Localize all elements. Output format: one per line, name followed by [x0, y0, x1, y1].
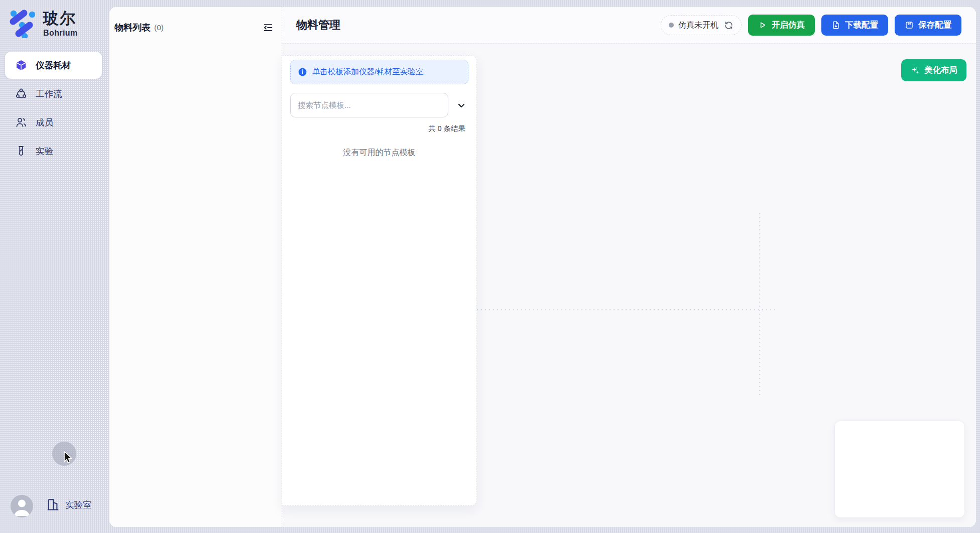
- download-config-label: 下载配置: [845, 20, 878, 31]
- user-icon: [11, 495, 33, 517]
- sidebar-item-workflow[interactable]: 工作流: [5, 80, 102, 107]
- save-config-label: 保存配置: [918, 20, 951, 31]
- canvas-guide-horizontal: [477, 309, 777, 310]
- experiment-icon: [15, 145, 27, 157]
- start-simulation-label: 开启仿真: [772, 20, 805, 31]
- start-simulation-button[interactable]: 开启仿真: [748, 15, 815, 36]
- file-download-icon: [831, 21, 840, 30]
- template-result-count: 共 0 条结果: [290, 124, 468, 134]
- header-controls: 仿真未开机 开启仿真: [661, 15, 961, 36]
- building-icon: [46, 498, 60, 511]
- canvas-guide-vertical: [759, 213, 760, 396]
- sidebar-nav: 仪器耗材 工作流 成员: [5, 52, 102, 166]
- material-list-panel: 物料列表 (0): [109, 7, 282, 527]
- canvas-minimap[interactable]: [834, 421, 965, 518]
- template-empty-text: 没有可用的节点模板: [290, 148, 468, 158]
- sparkles-icon: [910, 66, 920, 75]
- sidebar-item-label: 成员: [36, 116, 53, 128]
- save-bookmark-icon: [905, 21, 914, 30]
- beautify-layout-label: 美化布局: [924, 65, 957, 76]
- brand-name-zh: 玻尔: [43, 10, 78, 27]
- sidebar-item-members[interactable]: 成员: [5, 109, 102, 136]
- lab-entry[interactable]: 实验室: [46, 498, 92, 511]
- simulation-status-pill: 仿真未开机: [661, 15, 742, 35]
- members-icon: [15, 116, 27, 128]
- simulation-status-text: 仿真未开机: [678, 20, 718, 31]
- sidebar-item-label: 仪器耗材: [36, 59, 71, 71]
- info-icon: [298, 67, 307, 77]
- cube-icon: [15, 59, 27, 71]
- beautify-layout-button[interactable]: 美化布局: [901, 59, 966, 81]
- refresh-icon: [724, 21, 733, 30]
- workflow-icon: [15, 88, 27, 100]
- page-title: 物料管理: [296, 18, 340, 33]
- status-dot-icon: [669, 23, 674, 28]
- sidebar-item-label: 实验: [36, 145, 53, 157]
- main-header: 物料管理 仿真未开机: [282, 7, 976, 44]
- main-area: 物料管理 仿真未开机: [282, 7, 976, 527]
- template-search-row: [290, 93, 468, 117]
- brand-name-en: Bohrium: [43, 29, 78, 38]
- template-list-toggle-button[interactable]: [454, 98, 468, 112]
- brand-logo: 玻尔 Bohrium: [8, 8, 78, 38]
- sidebar-item-experiments[interactable]: 实验: [5, 138, 102, 165]
- node-template-panel: 单击模板添加仪器/耗材至实验室 共 0 条结果 没有可用的节点模板: [282, 55, 477, 506]
- content-card: 物料列表 (0) 物料管理 仿真未开机: [109, 7, 976, 527]
- bohrium-logo-icon: [8, 8, 38, 38]
- layout-canvas[interactable]: 美化布局 单击模板添加仪器/耗材至实验室: [282, 44, 976, 527]
- user-avatar[interactable]: [11, 495, 33, 517]
- refresh-status-button[interactable]: [724, 21, 733, 30]
- material-list-header: 物料列表 (0): [114, 21, 275, 34]
- template-hint-text: 单击模板添加仪器/耗材至实验室: [312, 67, 423, 77]
- app-root: { "app": { "brand_zh": "玻尔", "brand_en":…: [0, 0, 980, 533]
- material-list-count: (0): [154, 23, 164, 32]
- sidebar-item-label: 工作流: [36, 88, 62, 100]
- panel-collapse-icon: [263, 22, 274, 33]
- panel-collapse-button[interactable]: [262, 21, 275, 34]
- sidebar-item-instruments[interactable]: 仪器耗材: [5, 52, 102, 79]
- template-search-input[interactable]: [290, 93, 448, 117]
- play-icon: [758, 21, 767, 30]
- template-hint-banner: 单击模板添加仪器/耗材至实验室: [290, 60, 468, 84]
- chevron-down-icon: [456, 100, 466, 110]
- save-config-button[interactable]: 保存配置: [895, 15, 961, 36]
- lab-entry-label: 实验室: [65, 499, 92, 511]
- sidebar: 玻尔 Bohrium 仪器耗材 工作流: [0, 0, 107, 533]
- download-config-button[interactable]: 下载配置: [821, 15, 888, 36]
- sidebar-footer: 实验室: [0, 497, 107, 533]
- material-list-title: 物料列表: [114, 22, 151, 34]
